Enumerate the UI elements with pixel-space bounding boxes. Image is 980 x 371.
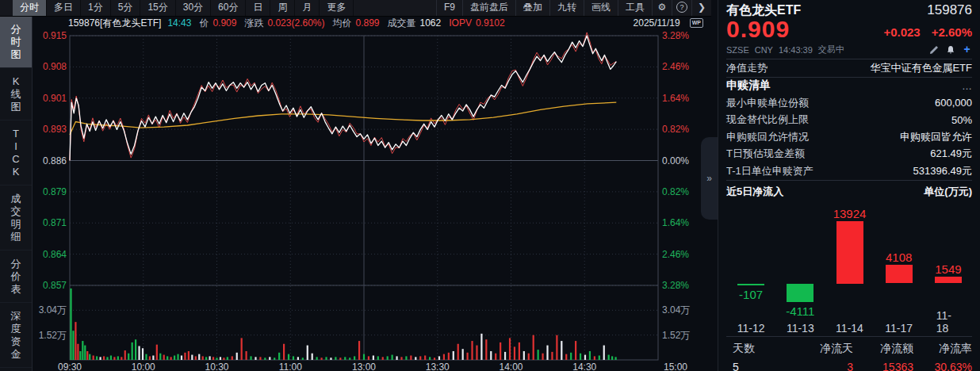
percent-axis-label: 2.46% [662,249,689,260]
volume-axis-label: 1.52万 [39,330,67,341]
flow-stats-headers: 天数净流天净流额净流率 [726,339,972,358]
period-tab[interactable]: 日 [246,0,270,16]
period-tab[interactable]: 多日 [47,0,81,16]
volume-axis-label: 3.04万 [39,304,67,316]
flow-bar [836,221,863,284]
price-axis-label: 0.871 [43,217,67,228]
etf-info-list: 净值走势华宝中证有色金属ETF申赎清单…最小申赎单位份额600,000现金替代比… [726,59,972,181]
wp-window-icon[interactable]: WP [690,18,703,28]
chart-quote-time: 14:43 [167,17,191,29]
flow-bar [737,284,764,285]
flow-stats: 天数净流天净流额净流率 531536330.63% [726,336,972,371]
info-row: 申赎清单… [726,78,972,95]
sidebar-item[interactable]: 成交明细 [0,186,32,251]
view-sidebar: 分时图K线图TICK成交明细分价表深度资金 [0,16,33,371]
time-axis-label: 10:00 [132,361,155,371]
net-inflow-unit: 单位(万元) [924,185,972,199]
last-price: 0.909 [726,17,790,42]
flow-value-label: -4111 [786,304,814,318]
price-axis-label: 0.879 [43,186,67,197]
sidebar-item[interactable]: K线图 [0,68,32,120]
chart-symbol: 159876[有色龙头ETF] [68,17,161,30]
period-tab[interactable]: 周 [270,0,295,16]
percent-axis-label: 0.00% [662,155,689,166]
net-inflow-bar-chart: -10711-12-411111-131392411-14410811-1715… [726,200,972,335]
flow-value-label: 1549 [935,262,961,276]
period-tabs: 分时多日1分5分15分30分60分日周月更多 [0,0,354,16]
stat-header-cell: 净流天 [774,339,853,358]
period-tab[interactable]: 5分 [111,0,141,16]
info-row: 净值走势华宝中证有色金属ETF [726,59,972,78]
info-row-value: 50% [951,114,972,126]
quote-time: 14:43:39 [779,45,813,55]
period-tab[interactable]: 月 [295,0,320,16]
time-axis-label: 15:00 [664,361,687,371]
stat-value-cell: 5 [726,358,774,371]
avg-label: 均价 [332,17,351,30]
flow-value-label: 13924 [833,207,867,220]
tool-button[interactable]: 盘前盘后 [462,0,515,16]
edit-pencil-icon[interactable] [928,44,939,55]
info-row-label: 净值走势 [726,61,768,75]
time-axis: 09:3010:0010:3011:0013:0013:3014:0014:30… [32,362,711,371]
quote-meta-row: SZSE CNY 14:43:39 交易中 + [726,42,972,59]
time-axis-label: 09:30 [58,361,82,371]
period-tab[interactable]: 1分 [81,0,111,16]
intraday-price-chart[interactable]: 0.9153.28%0.9082.46%0.9011.64%0.8930.82%… [32,30,711,362]
tool-button[interactable]: 九转 [549,0,584,16]
add-to-watchlist-icon[interactable]: + [962,44,972,55]
percent-axis-label: 2.46% [662,61,689,72]
currency: CNY [755,45,773,55]
help-icon[interactable]: ? [672,0,691,16]
flow-date-label: 11-17 [885,322,913,335]
period-toolbar: 分时多日1分5分15分30分60分日周月更多 F9盘前盘后叠加九转画线工具 ⚙ … [0,0,711,17]
info-row-label: T日预估现金差额 [726,147,805,161]
exchange: SZSE [726,45,749,55]
settings-gear-icon[interactable]: ⚙ [652,0,672,16]
price-axis-label: 0.901 [43,93,67,104]
sidebar-item[interactable]: 深度资金 [0,303,32,368]
chart-date: 2025/11/19 [634,17,680,29]
period-tab[interactable]: 15分 [140,0,175,16]
collapse-panel-handle[interactable]: » [701,137,718,220]
trading-status: 交易中 [818,44,844,55]
alert-bell-icon[interactable] [945,44,955,55]
price-axis-label: 0.857 [43,280,67,291]
stat-value-cell: 3 [774,358,853,371]
info-row-value: 621.49元 [930,147,972,161]
period-tab[interactable]: 60分 [211,0,246,16]
flow-date-label: 11-14 [836,322,863,335]
period-tab[interactable]: 30分 [176,0,211,16]
change-value: 0.023(2.60%) [267,17,324,29]
sidebar-item[interactable]: 分时图 [0,16,32,68]
price-axis-label: 0.886 [43,155,67,166]
quote-panel: 有色龙头ETF 159876 0.909 +0.023+2.60% SZSE C… [718,0,980,371]
flow-bar [787,284,813,302]
chart-header: 159876[有色龙头ETF] 14:43 价 0.909 涨跌 0.023(2… [32,16,711,30]
price-value: 0.909 [212,17,236,29]
period-tab[interactable]: 分时 [13,0,47,16]
toolbar-overflow-chevron-icon[interactable]: ❯ [691,0,711,16]
tool-button[interactable]: 叠加 [515,0,549,16]
info-row: T日预估现金差额621.49元 [726,146,972,163]
flow-date-label: 11-13 [787,322,814,335]
info-row-value: 600,000 [935,97,972,109]
time-axis-label: 14:30 [572,361,596,371]
sidebar-item[interactable]: TICK [0,120,32,186]
percent-axis-label: 0.82% [662,186,689,197]
info-row-label: 现金替代比例上限 [726,113,809,127]
sidebar-item[interactable]: 分价表 [0,251,32,303]
iopv-label: IOPV [449,17,472,29]
info-row: 申购赎回允许情况申购赎回皆允许 [726,128,972,146]
tool-button[interactable]: 工具 [618,0,652,16]
tool-button[interactable]: 画线 [584,0,618,16]
flow-value-label: 4108 [886,251,912,264]
volume-label: 成交量 [388,17,416,30]
avg-value: 0.899 [355,17,379,29]
price-change-group: +0.023+2.60% [872,25,972,42]
trading-app-window: 分时多日1分5分15分30分60分日周月更多 F9盘前盘后叠加九转画线工具 ⚙ … [0,0,980,371]
change-abs: +0.023 [883,25,920,39]
tool-button[interactable]: F9 [436,0,462,16]
period-tab[interactable]: 更多 [320,0,354,16]
info-row-value[interactable]: … [962,80,972,92]
